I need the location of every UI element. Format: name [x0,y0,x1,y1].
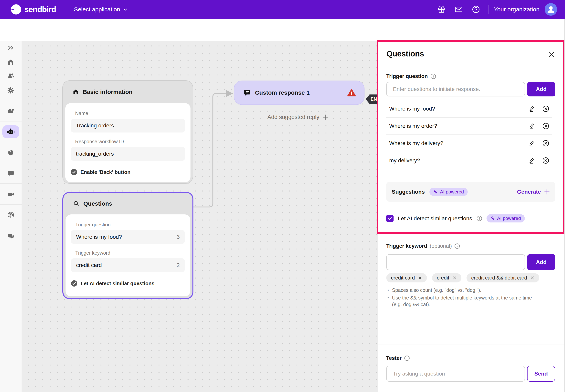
edit-icon[interactable] [528,105,535,112]
sendbird-wordmark: sendbird [24,5,56,14]
more-count-badge: +2 [173,262,180,268]
question-row: my delivery? [386,152,552,169]
questions-config-panel: Questions Trigger question Add Where is … [378,41,565,392]
avatar[interactable] [545,3,557,16]
divider [378,345,565,345]
page-header [0,19,565,41]
home-icon [73,89,79,95]
node-basic-information-header: Basic information [63,81,193,103]
add-suggested-reply-button[interactable]: Add suggested reply [268,114,329,120]
generate-button[interactable]: Generate [517,189,550,195]
sidebar-item-users[interactable] [7,72,15,80]
trigger-question-label: Trigger question [75,222,185,227]
ai-detect-checkbox-row: Let AI detect similar questions AI power… [386,214,525,223]
sidebar-item-uikit[interactable] [7,107,15,115]
gift-icon[interactable] [433,3,450,15]
remove-tag-icon[interactable] [530,276,535,280]
sidebar-divider [0,142,22,142]
magic-wand-icon [433,190,438,194]
help-icon[interactable] [467,3,485,15]
remove-icon[interactable] [542,157,549,164]
edit-icon[interactable] [528,140,535,147]
keyword-tag[interactable]: credit card && debit card [466,273,539,282]
edit-icon[interactable] [528,157,535,164]
sidebar-item-notifications[interactable] [7,211,15,219]
question-row: Where is my food? [386,100,552,118]
info-icon[interactable] [454,243,460,249]
plus-icon [323,114,329,120]
keyword-tag[interactable]: credit card [386,273,427,282]
mail-icon[interactable] [450,3,467,15]
trigger-question-section-label: Trigger question [386,73,436,79]
remove-tag-icon[interactable] [452,276,457,280]
node-questions-header: Questions [63,193,193,214]
organization-name[interactable]: Your organization [494,6,539,13]
sidebar-item-ai-chatbot-selected[interactable] [2,125,19,138]
question-text: my delivery? [389,157,420,164]
sidebar-item-moderation[interactable] [7,149,15,156]
suggestions-label: Suggestions [392,189,425,195]
close-icon[interactable] [548,51,555,58]
check-circle-icon [71,280,77,287]
panel-title: Questions [387,49,424,58]
sidebar-divider [0,204,22,205]
ai-powered-badge: AI powered [430,188,468,196]
name-label: Name [75,111,185,116]
warning-icon [347,89,356,97]
workflow-id-label: Response workflow ID [75,139,185,144]
trigger-question-field: Where is my food? +3 [71,230,185,244]
node-custom-response[interactable]: Custom response 1 [234,81,365,105]
sidebar-item-calls[interactable] [7,191,15,198]
sidebar-item-chat[interactable] [7,170,15,177]
keyword-note: Use the && symbol to detect multiple key… [387,294,538,308]
remove-icon[interactable] [542,105,549,112]
edit-icon[interactable] [528,123,535,129]
application-selector-label: Select application [74,6,120,13]
tester-section-label: Tester [386,355,410,361]
trigger-question-input[interactable] [386,82,525,97]
node-title: Questions [83,200,112,207]
trigger-keyword-input[interactable] [386,254,525,270]
node-questions-body: Trigger question Where is my food? +3 Tr… [66,214,190,296]
sidebar-navigation [0,19,22,392]
robot-icon [7,128,15,135]
sidebar-expand-icon[interactable] [7,44,15,52]
sidebar-item-settings[interactable] [7,87,15,94]
sidebar-divider [0,183,22,184]
node-basic-information[interactable]: Basic information Name Tracking orders R… [62,80,193,184]
add-keyword-button[interactable]: Add [527,254,555,270]
sendbird-logo[interactable]: sendbird [11,4,56,14]
remove-tag-icon[interactable] [418,276,422,280]
question-text: Where is my delivery? [389,140,443,146]
more-count-badge: +3 [173,234,180,240]
question-row: Where is my delivery? [386,135,552,152]
sidebar-divider [0,163,22,163]
ai-detect-checkbox[interactable] [386,215,394,222]
info-icon[interactable] [476,216,482,221]
trigger-keyword-label: Trigger keyword [75,250,185,256]
suggestions-box: Suggestions AI powered Generate [386,182,555,202]
chevron-down-icon [123,7,128,12]
ai-detect-label: Let AI detect similar questions [81,280,154,287]
chat-bubble-icon [244,89,251,96]
info-icon[interactable] [404,355,410,361]
node-basic-information-body: Name Tracking orders Response workflow I… [65,103,191,182]
send-button[interactable]: Send [527,366,555,382]
info-icon[interactable] [431,73,436,79]
tester-input[interactable] [386,366,525,382]
question-row: Where is my order? [386,118,552,135]
ai-detect-checkbox-label: Let AI detect similar questions [398,215,472,222]
magic-wand-icon [491,216,495,221]
add-question-button[interactable]: Add [527,82,555,97]
sidebar-item-home[interactable] [7,58,15,66]
add-suggested-reply-label: Add suggested reply [268,114,319,120]
application-selector[interactable]: Select application [74,6,128,13]
workflow-id-value-field: tracking_orders [71,147,185,161]
node-questions[interactable]: Questions Trigger question Where is my f… [62,192,193,299]
trigger-keyword-field: credit card +2 [71,258,185,272]
remove-icon[interactable] [542,140,549,147]
remove-icon[interactable] [542,123,549,129]
plus-icon [544,189,550,195]
sidebar-item-desk[interactable] [7,232,15,239]
keyword-tag[interactable]: credit [432,273,461,282]
